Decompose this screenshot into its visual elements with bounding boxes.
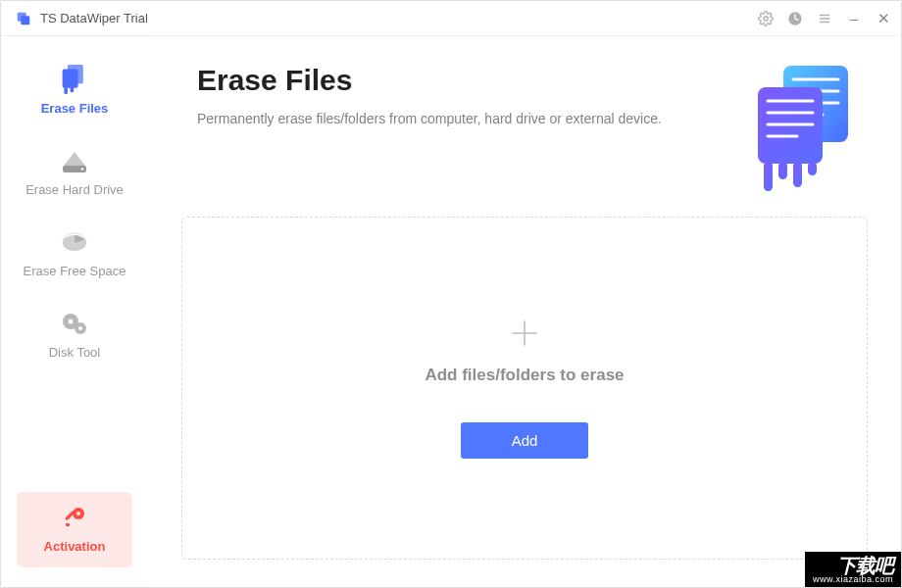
svg-rect-36 bbox=[808, 162, 817, 175]
app-title: TS DataWiper Trial bbox=[40, 11, 148, 25]
sidebar-item-erase-hard-drive[interactable]: Erase Hard Drive bbox=[1, 129, 148, 211]
menu-icon[interactable] bbox=[817, 11, 832, 26]
sidebar: Erase Files Erase Hard Drive bbox=[1, 36, 148, 587]
sidebar-item-label: Erase Hard Drive bbox=[25, 182, 124, 197]
svg-rect-33 bbox=[764, 162, 773, 191]
sidebar-item-label: Disk Tool bbox=[49, 345, 101, 360]
svg-rect-8 bbox=[63, 69, 78, 87]
svg-rect-22 bbox=[66, 523, 70, 526]
watermark-small: www.xiazaiba.com bbox=[813, 575, 893, 584]
minimize-button[interactable]: – bbox=[846, 11, 862, 26]
svg-point-18 bbox=[78, 326, 82, 330]
svg-rect-1 bbox=[21, 16, 29, 24]
watermark: 下载吧 www.xiazaiba.com bbox=[805, 552, 901, 587]
svg-point-2 bbox=[764, 17, 768, 21]
sidebar-item-label: Erase Free Space bbox=[24, 264, 126, 278]
settings-icon[interactable] bbox=[758, 11, 774, 26]
harddrive-icon bbox=[55, 145, 94, 176]
pie-icon bbox=[55, 226, 94, 258]
page-subtitle: Permanently erase files/folders from com… bbox=[197, 111, 744, 126]
add-button[interactable]: Add bbox=[461, 422, 589, 459]
titlebar: TS DataWiper Trial – ✕ bbox=[1, 1, 901, 36]
watermark-big: 下载吧 bbox=[813, 556, 893, 575]
app-logo-icon bbox=[15, 10, 32, 27]
sidebar-item-disk-tool[interactable]: Disk Tool bbox=[1, 292, 148, 373]
svg-point-12 bbox=[81, 168, 83, 170]
activation-label: Activation bbox=[44, 539, 106, 554]
sidebar-item-erase-files[interactable]: Erase Files bbox=[1, 48, 148, 129]
svg-point-20 bbox=[76, 512, 80, 515]
activation-button[interactable]: Activation bbox=[17, 492, 132, 567]
svg-rect-9 bbox=[64, 87, 68, 94]
hero-graphic-icon bbox=[744, 64, 862, 191]
dropzone-label: Add files/folders to erase bbox=[425, 366, 624, 385]
key-icon bbox=[62, 506, 87, 533]
main-content: Erase Files Permanently erase files/fold… bbox=[148, 36, 901, 587]
svg-rect-34 bbox=[778, 162, 787, 179]
dropzone[interactable]: Add files/folders to erase Add bbox=[181, 217, 868, 560]
gears-icon bbox=[55, 308, 94, 339]
page-title: Erase Files bbox=[197, 64, 744, 97]
clock-icon[interactable] bbox=[787, 11, 803, 26]
app-window: TS DataWiper Trial – ✕ bbox=[0, 0, 902, 588]
files-icon bbox=[55, 64, 94, 95]
svg-rect-10 bbox=[71, 87, 75, 92]
svg-point-16 bbox=[69, 319, 74, 324]
plus-icon bbox=[510, 318, 539, 348]
svg-rect-35 bbox=[793, 162, 802, 187]
sidebar-item-label: Erase Files bbox=[41, 101, 109, 116]
sidebar-item-erase-free-space[interactable]: Erase Free Space bbox=[1, 211, 148, 292]
close-button[interactable]: ✕ bbox=[876, 11, 891, 26]
